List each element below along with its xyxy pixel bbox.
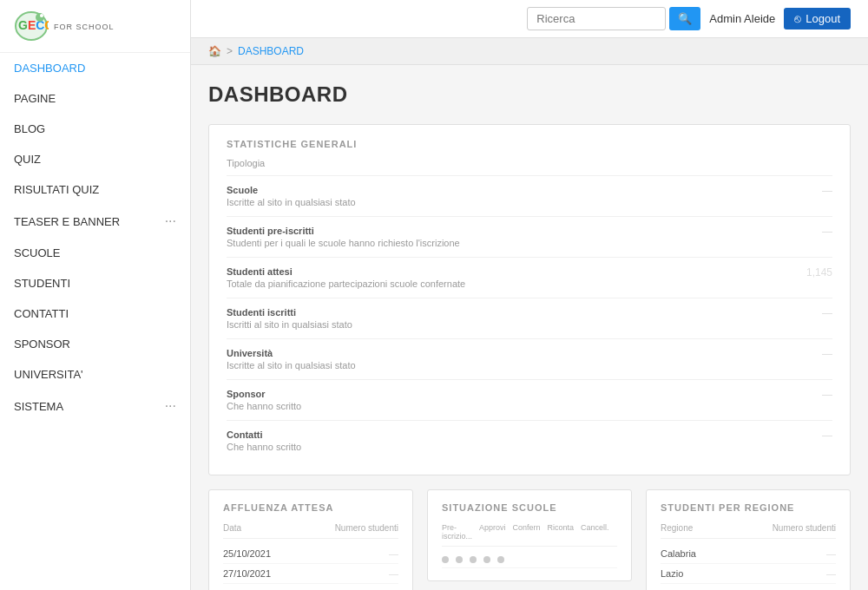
- stat-row: ScuoleIscritte al sito in qualsiasi stat…: [227, 176, 832, 217]
- sidebar-logo: GECO FOR SCHOOL: [0, 0, 190, 53]
- breadcrumb-home-icon[interactable]: 🏠: [208, 45, 221, 57]
- sidebar-item-label: PAGINE: [14, 92, 56, 105]
- breadcrumb: 🏠 > DASHBOARD: [191, 38, 868, 65]
- affluenza-card-title: AFFLUENZA ATTESA: [223, 502, 398, 513]
- stat-row: Studenti iscrittiIscritti al sito in qua…: [227, 298, 832, 339]
- situ-dot-5: [497, 556, 504, 563]
- stat-label: Studenti pre-iscritti: [227, 226, 798, 236]
- stats-card-title: STATISTICHE GENERALI: [227, 139, 832, 149]
- sidebar-item-scuole[interactable]: SCUOLE: [0, 238, 190, 268]
- regione-rows-container: Calabria—Lazio—Lombardia—Marche—Piemonte…: [661, 544, 836, 590]
- affluenza-rows-container: 25/10/2021—27/10/2021—29/10/2021—05/11/2…: [223, 544, 398, 590]
- sidebar-item-label: UNIVERSITA': [14, 368, 83, 381]
- sidebar-item-studenti[interactable]: STUDENTI: [0, 268, 190, 298]
- bottom-grid: AFFLUENZA ATTESA Data Numero studenti 25…: [208, 489, 851, 590]
- situ-dot-1: [442, 556, 449, 563]
- stats-type-header: Tipologia: [227, 158, 832, 176]
- situazione-scuole-header: Pre-iscrizio... Approvi Confern Riconta …: [442, 523, 617, 547]
- col-regione: Regione: [661, 523, 693, 533]
- sidebar-item-sistema[interactable]: SISTEMA···: [0, 390, 190, 423]
- value-cell: —: [389, 548, 398, 559]
- svg-text:GECO: GECO: [18, 18, 49, 32]
- stat-row: UniversitàIscritte al sito in qualsiasi …: [227, 339, 832, 380]
- sidebar-item-label: DASHBOARD: [14, 62, 85, 75]
- search-button[interactable]: 🔍: [669, 7, 700, 30]
- situazione-scuole-title: SITUAZIONE SCUOLE: [442, 502, 617, 513]
- nav-items-container: DASHBOARDPAGINEBLOGQUIZRISULTATI QUIZTEA…: [0, 53, 190, 423]
- stat-desc: Che hanno scritto: [227, 442, 798, 452]
- affluenza-card: AFFLUENZA ATTESA Data Numero studenti 25…: [208, 489, 413, 590]
- situ-dot-4: [483, 556, 490, 563]
- sidebar-item-pagine[interactable]: PAGINE: [0, 83, 190, 114]
- stat-row: SponsorChe hanno scritto—: [227, 380, 832, 421]
- affluenza-table-header: Data Numero studenti: [223, 523, 398, 539]
- sidebar-item-universita[interactable]: UNIVERSITA': [0, 359, 190, 390]
- stat-info: SponsorChe hanno scritto: [227, 389, 798, 411]
- value-cell: —: [389, 568, 398, 579]
- sidebar-item-contatti[interactable]: CONTATTI: [0, 298, 190, 329]
- region-cell: Calabria: [661, 548, 696, 559]
- stat-label: Contatti: [227, 429, 798, 440]
- submenu-dots-icon[interactable]: ···: [165, 213, 176, 229]
- stat-value: 1,145: [798, 266, 832, 279]
- stat-row: Studenti pre-iscrittiStudenti per i qual…: [227, 217, 832, 258]
- sidebar-item-label: SPONSOR: [14, 338, 70, 351]
- stats-rows-container: ScuoleIscritte al sito in qualsiasi stat…: [227, 176, 832, 461]
- table-row: 27/10/2021—: [223, 564, 398, 584]
- studenti-regione-title: STUDENTI PER REGIONE: [661, 502, 836, 513]
- search-input[interactable]: [527, 7, 666, 30]
- sidebar-item-blog[interactable]: BLOG: [0, 114, 190, 144]
- breadcrumb-separator: >: [227, 45, 233, 57]
- table-row: 29/10/2021—: [223, 584, 398, 590]
- stat-desc: Iscritti al sito in qualsiasi stato: [227, 319, 798, 330]
- sidebar-item-label: TEASER E BANNER: [14, 215, 120, 228]
- value-cell: —: [826, 568, 836, 579]
- stat-value: —: [798, 307, 832, 319]
- stat-value: —: [798, 185, 832, 197]
- stat-info: Studenti pre-iscrittiStudenti per i qual…: [227, 226, 798, 248]
- geco-logo-icon: GECO: [14, 10, 49, 42]
- situ-scuole-row: [442, 552, 617, 568]
- col-appr: Approvi: [479, 523, 506, 541]
- col-num-studenti: Numero studenti: [773, 523, 836, 533]
- col-pre: Pre-iscrizio...: [442, 523, 472, 541]
- submenu-dots-icon[interactable]: ···: [165, 398, 176, 414]
- stat-value: —: [798, 348, 832, 360]
- date-cell: 25/10/2021: [223, 548, 271, 559]
- col-conf: Confern: [513, 523, 541, 541]
- stat-value: —: [798, 389, 832, 401]
- stat-desc: Iscritte al sito in qualsiasi stato: [227, 197, 798, 207]
- stat-desc: Che hanno scritto: [227, 401, 798, 411]
- table-row: 25/10/2021—: [223, 544, 398, 564]
- content-area: DASHBOARD STATISTICHE GENERALI Tipologia…: [191, 65, 868, 590]
- sidebar-item-teaser-e-banner[interactable]: TEASER E BANNER···: [0, 205, 190, 238]
- logout-button[interactable]: ⎋ Logout: [784, 8, 851, 30]
- studenti-regione-card: STUDENTI PER REGIONE Regione Numero stud…: [646, 489, 851, 590]
- studenti-regione-header: Regione Numero studenti: [661, 523, 836, 539]
- logo-subtitle: FOR SCHOOL: [54, 23, 115, 31]
- sidebar-item-label: CONTATTI: [14, 307, 69, 320]
- sidebar-item-label: RISULTATI QUIZ: [14, 183, 99, 196]
- stat-label: Scuole: [227, 185, 798, 195]
- sidebar-item-sponsor[interactable]: SPONSOR: [0, 329, 190, 359]
- situazione-scuole-card: SITUAZIONE SCUOLE Pre-iscrizio... Approv…: [427, 489, 632, 581]
- stat-desc: Studenti per i quali le scuole hanno ric…: [227, 238, 798, 248]
- middle-column: SITUAZIONE SCUOLE Pre-iscrizio... Approv…: [427, 489, 632, 590]
- sidebar-item-quiz[interactable]: QUIZ: [0, 144, 190, 174]
- stat-label: Università: [227, 348, 798, 358]
- sidebar-item-risultati-quiz[interactable]: RISULTATI QUIZ: [0, 174, 190, 205]
- stat-info: ScuoleIscritte al sito in qualsiasi stat…: [227, 185, 798, 207]
- table-row: Lombardia—: [661, 584, 836, 590]
- stat-info: Studenti attesiTotale da pianificazione …: [227, 266, 798, 289]
- stat-label: Sponsor: [227, 389, 798, 399]
- stat-info: UniversitàIscritte al sito in qualsiasi …: [227, 348, 798, 370]
- user-name: Admin Aleide: [709, 12, 775, 25]
- page-title: DASHBOARD: [208, 82, 851, 107]
- stat-row: ContattiChe hanno scritto—: [227, 421, 832, 461]
- sidebar-item-label: STUDENTI: [14, 277, 70, 290]
- search-wrap: 🔍: [527, 7, 700, 30]
- main-wrap: 🔍 Admin Aleide ⎋ Logout 🏠 > DASHBOARD DA…: [191, 0, 868, 590]
- sidebar-item-label: SISTEMA: [14, 400, 63, 413]
- region-cell: Lazio: [661, 568, 683, 579]
- sidebar-item-dashboard[interactable]: DASHBOARD: [0, 53, 190, 83]
